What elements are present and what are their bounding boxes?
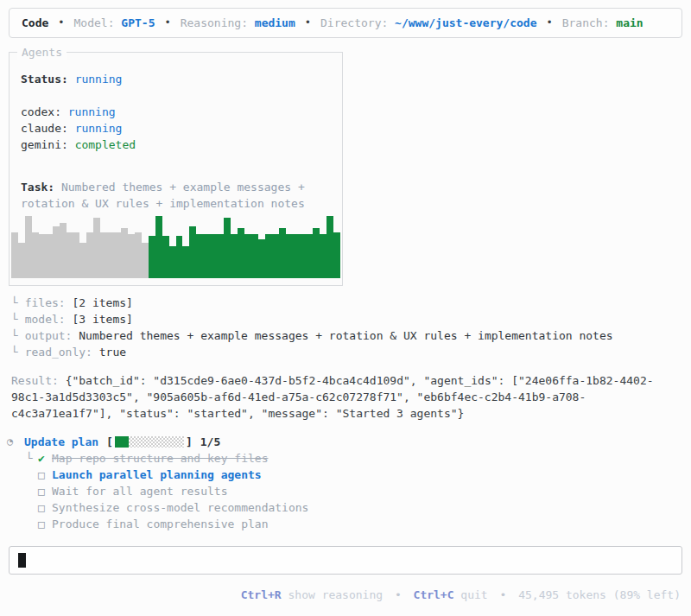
chart-bar xyxy=(169,246,176,278)
chart-bar xyxy=(244,234,251,278)
plan-item-text: Synthesize cross-model recommendations xyxy=(52,499,308,516)
header-item-label: Model: xyxy=(74,16,122,29)
chart-bar xyxy=(265,234,272,278)
shortcut-key: Ctrl+R xyxy=(241,588,282,601)
plan-panel: ◔ Update plan [ ] 1/5 └✔Map repo structu… xyxy=(7,434,308,532)
corner-icon: └ xyxy=(26,450,38,467)
plan-item-text: Map repo structure and key files xyxy=(52,450,268,467)
agent-state: completed xyxy=(75,138,136,151)
status-bar: Code •Model: GPT-5•Reasoning: medium•Dir… xyxy=(9,8,682,38)
shortcut-action: show reasoning xyxy=(282,588,383,601)
message-input[interactable] xyxy=(9,546,682,575)
checkbox-icon: □ xyxy=(38,516,52,532)
chart-bar xyxy=(238,228,244,278)
chart-bar xyxy=(60,223,67,278)
chart-bar xyxy=(149,236,155,278)
param-row: └ model: [3 items] xyxy=(11,311,613,327)
plan-item: └✔Map repo structure and key files xyxy=(7,450,308,467)
agents-task: Task: Numbered themes + example messages… xyxy=(21,179,333,212)
progress-bracket-open: [ xyxy=(106,434,113,450)
progress-bracket-close: ] xyxy=(186,434,193,450)
header-item-label: Branch: xyxy=(562,16,617,29)
plan-item-text: Produce final comprehensive plan xyxy=(52,516,268,532)
plan-progress-bar xyxy=(115,436,184,448)
plan-progress-count: 1/5 xyxy=(200,434,220,450)
chart-bar xyxy=(203,234,210,278)
chart-bar xyxy=(210,234,217,278)
agent-name: claude: xyxy=(21,122,75,135)
agent-name: codex: xyxy=(21,105,68,118)
agents-panel: Agents Status: running codex: runningcla… xyxy=(9,52,343,286)
chart-bar xyxy=(251,234,258,278)
chart-bar xyxy=(142,243,149,278)
chart-bar xyxy=(121,228,128,278)
status-value: running xyxy=(75,73,123,86)
chart-bar xyxy=(292,234,299,278)
chart-bar xyxy=(67,232,73,278)
chart-bar xyxy=(73,232,79,278)
header-item-value: medium xyxy=(255,16,295,29)
agents-status-line: Status: running xyxy=(21,71,122,87)
param-key: files: xyxy=(25,296,73,309)
clock-icon: ◔ xyxy=(7,434,18,450)
header-item-label: Directory: xyxy=(320,16,395,29)
chart-bar xyxy=(93,218,100,278)
chart-bar xyxy=(217,234,224,278)
chart-bar xyxy=(231,234,238,278)
separator-dot-icon: • xyxy=(58,15,64,31)
plan-item: □Synthesize cross-model recommendations xyxy=(7,499,308,516)
chart-bar xyxy=(333,232,340,278)
param-row: └ read_only: true xyxy=(11,344,613,360)
param-value: [3 items] xyxy=(72,313,132,326)
chart-bar xyxy=(32,232,39,278)
chart-bar xyxy=(25,216,32,278)
param-value: Numbered themes + example messages + rot… xyxy=(79,329,612,342)
text-cursor xyxy=(18,553,26,568)
agents-panel-title: Agents xyxy=(17,44,67,60)
chart-bar xyxy=(326,216,333,278)
chart-bar xyxy=(107,232,114,278)
token-counter: 45,495 tokens (89% left) xyxy=(518,588,681,601)
chart-bar xyxy=(279,228,286,278)
plan-item: □Produce final comprehensive plan xyxy=(7,516,308,532)
tool-result: Result: {"batch_id": "d315cde9-6ae0-437d… xyxy=(11,372,681,422)
chart-bar xyxy=(86,232,93,278)
header-item-value: ~/www/just-every/code xyxy=(395,16,536,29)
plan-progress-fill xyxy=(115,436,129,448)
chart-bar xyxy=(155,216,162,278)
chart-bar xyxy=(46,234,53,278)
plan-item-text: Wait for all agent results xyxy=(52,483,228,499)
agent-status-row: gemini: completed xyxy=(21,137,136,153)
header-item: Branch: main xyxy=(562,15,643,31)
agent-name: gemini: xyxy=(21,138,75,151)
agent-status-row: claude: running xyxy=(21,120,136,137)
corner-icon: └ xyxy=(11,346,25,359)
plan-item: □Wait for all agent results xyxy=(7,483,308,499)
separator-dot-icon: • xyxy=(493,588,513,601)
chart-bar xyxy=(182,246,189,278)
chart-bar xyxy=(272,234,279,278)
agent-status-row: codex: running xyxy=(21,104,136,120)
param-value: true xyxy=(99,346,126,359)
chart-bar xyxy=(306,234,313,278)
separator-dot-icon: • xyxy=(305,15,311,31)
chart-bar xyxy=(286,234,293,278)
checkbox-icon: □ xyxy=(38,483,52,499)
agent-state: running xyxy=(68,105,116,118)
plan-item-text: Launch parallel planning agents xyxy=(52,467,262,483)
chart-bar xyxy=(196,234,203,278)
param-key: model: xyxy=(25,313,73,326)
corner-icon: └ xyxy=(11,296,25,309)
param-value: [2 items] xyxy=(72,296,132,309)
corner-icon: └ xyxy=(11,313,25,326)
tool-params-tree: └ files: [2 items]└ model: [3 items]└ ou… xyxy=(11,295,613,360)
result-value: {"batch_id": "d315cde9-6ae0-437d-b5f2-4b… xyxy=(11,374,654,420)
chart-bar xyxy=(320,234,326,278)
task-text: Numbered themes + example messages + rot… xyxy=(21,181,305,210)
chart-bar xyxy=(18,243,25,278)
chart-bar xyxy=(79,243,86,278)
header-item: Directory: ~/www/just-every/code xyxy=(320,15,536,31)
separator-dot-icon: • xyxy=(388,588,408,601)
chart-bar xyxy=(189,226,196,278)
checkbox-icon: □ xyxy=(38,499,52,516)
